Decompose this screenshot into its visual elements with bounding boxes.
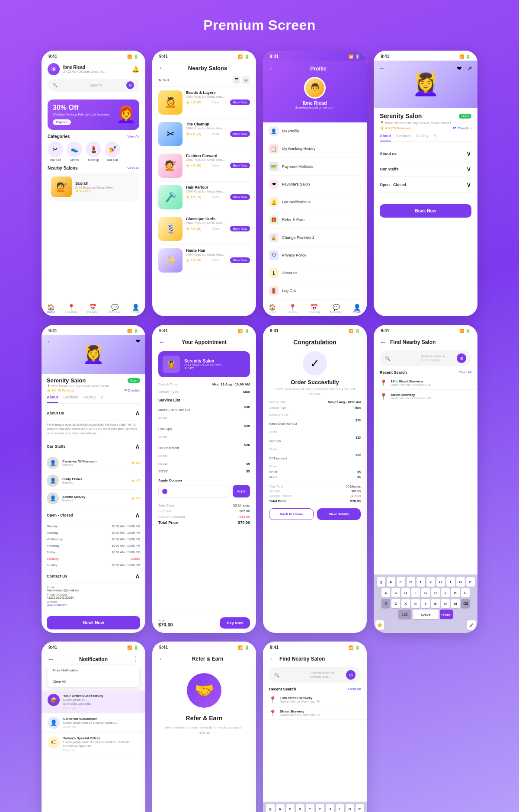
direction-button[interactable]: 🗺 Direction [453, 126, 471, 130]
book-now-button[interactable]: Book Now [47, 616, 140, 629]
key-f[interactable]: F [411, 588, 420, 597]
nav-booking[interactable]: 📅Booking [309, 304, 320, 314]
filter-icon[interactable]: ⚙ [346, 670, 356, 680]
accordion-hours[interactable]: Open - Closed ∧ [47, 507, 140, 523]
book-now-button[interactable]: Book Now [230, 163, 250, 168]
nav-booking[interactable]: 📅 Booking [87, 304, 98, 314]
key-m[interactable]: M [451, 599, 460, 608]
apply-coupon-button[interactable]: Apply [233, 485, 250, 497]
key-k[interactable]: K [451, 588, 460, 597]
bell-icon[interactable]: 🔔 [132, 66, 139, 73]
tab-about[interactable]: About [47, 395, 58, 403]
key-t[interactable]: T [416, 577, 425, 587]
nav-home[interactable]: 🏠 Home [47, 304, 55, 314]
key-i[interactable]: I [336, 804, 344, 812]
explore-button[interactable]: Explore [53, 119, 71, 125]
book-now-button[interactable]: Book Now [230, 131, 250, 137]
category-shoes[interactable]: 👟 Shoes [67, 141, 82, 161]
menu-item-my-profile[interactable]: 👤 My Profile › [269, 122, 361, 140]
key-q[interactable]: Q [266, 804, 275, 812]
clear-all-button[interactable]: Clear All [348, 687, 361, 691]
key-p[interactable]: P [466, 577, 475, 587]
pay-now-button[interactable]: Pay Now [220, 617, 250, 629]
key-s[interactable]: S [391, 588, 400, 597]
nav-profile[interactable]: 👤 Profile [131, 304, 140, 314]
search-bar[interactable]: 🔍 Search ⚙ [48, 79, 139, 92]
clear-all-option[interactable]: Clear All [48, 676, 139, 687]
list-item[interactable]: ✂ The Cleanup 2464 Royal Ln. Mesa, New..… [158, 119, 250, 150]
key-n[interactable]: N [441, 599, 450, 608]
back-button[interactable]: ← [269, 65, 276, 73]
menu-item-favorites[interactable]: ❤ Favorite's Salon › [269, 176, 361, 193]
key-q[interactable]: Q [377, 577, 385, 587]
filter-icon[interactable]: ⚙ [457, 353, 466, 363]
back-button[interactable]: ← [48, 655, 54, 663]
back-button[interactable]: ← [158, 64, 165, 72]
category-nailcut[interactable]: 💅 Nail Cut [105, 141, 120, 161]
menu-item-logout[interactable]: 🚪 Log Out › [269, 282, 361, 300]
back-button[interactable]: ← [269, 655, 276, 663]
more-options-icon[interactable]: ⋮ [132, 655, 139, 663]
clear-all-button[interactable]: Clear All [458, 370, 471, 375]
view-details-button[interactable]: View Details [317, 508, 361, 520]
key-u[interactable]: U [326, 804, 334, 812]
book-now-button[interactable]: Book Now [230, 99, 250, 105]
book-now-button[interactable]: Book Now [230, 257, 250, 263]
accordion-hours[interactable]: Open - Closed ∨ [380, 177, 471, 193]
key-h[interactable]: H [431, 588, 440, 597]
tab-gallery[interactable]: Gallery [83, 395, 96, 403]
back-button[interactable]: ← [158, 338, 165, 346]
recent-item-brewery[interactable]: 📍 18th Street Brewery Galder Avenue, Ham… [374, 376, 477, 390]
tab-gallery[interactable]: Gallery [416, 134, 429, 141]
sort-button[interactable]: ⇅ Sort [158, 78, 169, 82]
recent-item-street-brewery[interactable]: 📍 Street Brewery Galder Avenue, Hammond,… [374, 390, 477, 403]
category-haircut[interactable]: ✂ Hair Cut [48, 141, 63, 161]
nearby-view-all[interactable]: View All [127, 166, 139, 170]
nav-message[interactable]: 💬Message [330, 304, 342, 314]
key-shift[interactable]: ⇧ [381, 599, 390, 608]
key-v[interactable]: V [421, 599, 430, 608]
key-j[interactable]: J [441, 588, 450, 597]
coupon-input[interactable] [169, 487, 226, 495]
menu-item-notifications[interactable]: 🔔 Get Notifications › [269, 193, 361, 211]
tab-s[interactable]: S [434, 134, 436, 141]
nav-home[interactable]: 🏠Home [268, 304, 276, 314]
nav-location[interactable]: 📍Location [287, 304, 298, 314]
direction-button[interactable]: 🗺 Direction [124, 389, 140, 392]
nav-profile[interactable]: 👤Profile [353, 304, 362, 314]
tab-about[interactable]: About [380, 134, 391, 141]
tab-services[interactable]: Services [63, 395, 78, 403]
key-backspace[interactable]: ⌫ [461, 599, 470, 608]
menu-item-privacy[interactable]: 🛡 Privacy Policy › [269, 247, 361, 264]
key-y[interactable]: Y [426, 577, 435, 587]
nav-message[interactable]: 💬 Message [109, 304, 121, 314]
book-now-button[interactable]: Book Now [380, 204, 471, 218]
key-z[interactable]: Z [391, 599, 400, 608]
key-t[interactable]: T [306, 804, 314, 812]
back-button[interactable]: ← [380, 338, 387, 346]
tab-r[interactable]: R [101, 395, 104, 403]
key-mic[interactable]: 🎤 [467, 620, 476, 630]
search-bar[interactable]: 🔍 Search salon or current loca... ⚙ [380, 350, 471, 366]
categories-view-all[interactable]: View All [127, 135, 139, 138]
key-a[interactable]: A [387, 577, 395, 587]
nav-location[interactable]: 📍 Location [65, 304, 77, 314]
key-a[interactable]: A [276, 804, 285, 812]
key-r[interactable]: R [296, 804, 304, 812]
key-y[interactable]: Y [316, 804, 324, 812]
key-emoji[interactable]: 🙂 [375, 620, 384, 630]
menu-item-refer[interactable]: 🎁 Refer & Earn › [269, 211, 361, 229]
key-e[interactable]: E [397, 577, 405, 587]
list-item[interactable]: 💆 Braids & Layers 2464 Royal Ln. Mesa, N… [158, 87, 250, 119]
recent-item-brewery[interactable]: 📍 18th Street Brewery Galder Avenue, Ham… [263, 693, 367, 706]
grid-view-button[interactable]: ⊞ [242, 76, 250, 84]
accordion-about[interactable]: About us ∨ [380, 146, 471, 161]
key-b[interactable]: B [431, 599, 440, 608]
key-return[interactable]: return [440, 610, 453, 619]
key-i[interactable]: I [446, 577, 455, 587]
key-space[interactable]: space [413, 610, 439, 619]
menu-item-password[interactable]: 🔒 Change Password › [269, 229, 361, 247]
key-g[interactable]: G [421, 588, 430, 597]
accordion-staffs[interactable]: Our Staffs ∧ [47, 439, 140, 454]
search-bar[interactable]: 🔍 Search salon or current loca... ⚙ [269, 667, 361, 683]
